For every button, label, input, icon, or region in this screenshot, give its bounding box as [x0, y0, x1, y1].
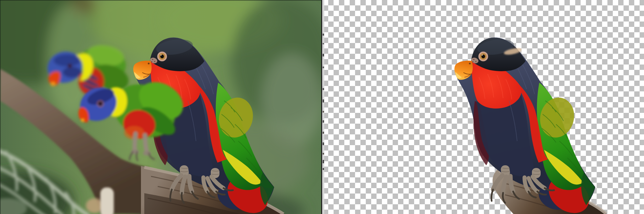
divider-dark-line [321, 0, 322, 214]
transparent-result-panel [321, 0, 644, 214]
background-removal-comparison [0, 0, 644, 214]
panel-divider [321, 0, 324, 214]
photo-edge-left [0, 0, 1, 214]
photo-edge-top [0, 0, 321, 1]
divider-light-strip [322, 0, 324, 214]
original-photo-panel [0, 0, 332, 214]
